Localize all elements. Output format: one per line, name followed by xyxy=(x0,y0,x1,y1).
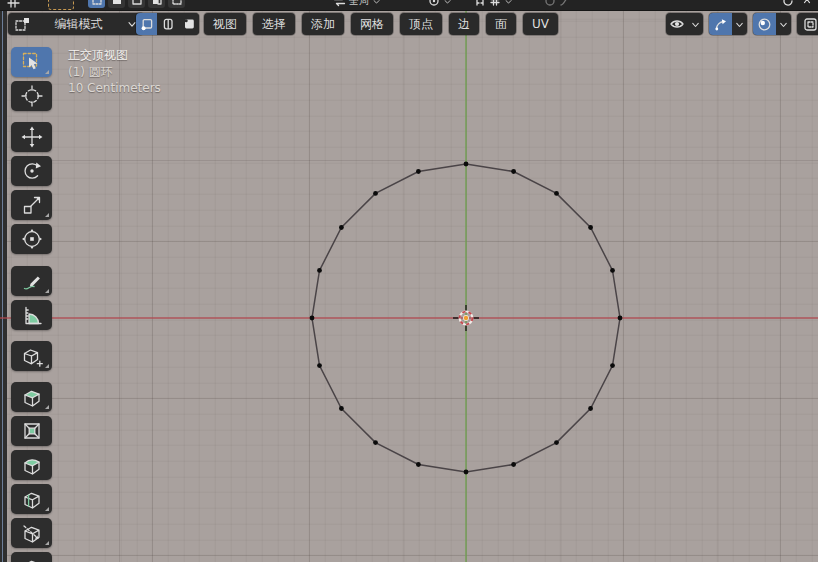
shading-toggle[interactable] xyxy=(797,13,818,35)
chevron-down-icon xyxy=(443,0,452,6)
tool-extrude-region[interactable] xyxy=(11,382,52,412)
active-tool-highlight-icon xyxy=(48,0,74,10)
tool-move[interactable] xyxy=(11,122,52,152)
inset-faces-icon xyxy=(21,420,43,442)
menu-view[interactable]: 视图 xyxy=(204,13,246,35)
toggle-2-icon[interactable] xyxy=(108,0,125,8)
toggle-4-icon[interactable] xyxy=(148,0,165,8)
menu-add[interactable]: 添加 xyxy=(302,13,344,35)
pivot-icon xyxy=(428,0,440,7)
vertex-select-button[interactable] xyxy=(136,13,157,35)
chevron-down-icon xyxy=(778,19,789,30)
gizmo-arc-arrow-icon xyxy=(713,17,728,32)
overlays-dropdown[interactable] xyxy=(776,13,791,35)
blender-window: 全局 xyxy=(0,0,818,562)
tool-add-cube[interactable] xyxy=(11,341,52,371)
workspace-toggles xyxy=(88,0,185,11)
menu-mesh[interactable]: 网格 xyxy=(351,13,393,35)
knife-icon xyxy=(21,522,43,544)
eye-icon xyxy=(669,17,685,31)
scale-icon xyxy=(21,194,43,216)
toggle-3-icon[interactable] xyxy=(128,0,145,8)
toggle-5-icon[interactable] xyxy=(168,0,185,8)
menu-select[interactable]: 选择 xyxy=(253,13,295,35)
proportional-editing-toggle[interactable] xyxy=(544,0,571,11)
tool-rotate[interactable] xyxy=(11,156,52,186)
chevron-down-icon xyxy=(372,0,381,6)
transform-orientation-dropdown[interactable]: 全局 xyxy=(333,0,381,11)
add-cube-icon xyxy=(21,345,43,367)
area-edge[interactable] xyxy=(0,10,7,562)
active-tool-indicator[interactable] xyxy=(48,0,74,11)
rotate-icon xyxy=(21,160,43,182)
menu-uv[interactable]: UV xyxy=(523,13,558,35)
header-right-controls xyxy=(666,13,818,35)
mode-label: 编辑模式 xyxy=(51,16,107,33)
snapping-dropdown[interactable] xyxy=(474,0,513,11)
annotate-pencil-icon xyxy=(21,270,43,292)
gizmos-dropdown[interactable] xyxy=(732,13,747,35)
chevron-down-icon xyxy=(734,19,745,30)
tool-inset-faces[interactable] xyxy=(11,416,52,446)
extrude-region-icon xyxy=(21,386,43,408)
loop-cut-icon xyxy=(21,488,43,510)
edit-mode-icon xyxy=(14,16,31,33)
tool-scale[interactable] xyxy=(11,190,52,220)
magnet-icon xyxy=(474,0,486,7)
tool-cursor[interactable] xyxy=(11,81,52,111)
tool-transform[interactable] xyxy=(11,224,52,254)
move-icon xyxy=(21,126,43,148)
select-mode-group xyxy=(136,13,199,35)
vertex-select-icon xyxy=(140,17,154,31)
xray-square-icon xyxy=(803,17,818,32)
edge-select-icon xyxy=(161,17,175,31)
poly-build-icon xyxy=(21,556,43,562)
tool-select-box[interactable] xyxy=(11,47,52,77)
overlays-control xyxy=(753,13,791,35)
edge-select-button[interactable] xyxy=(157,13,178,35)
menu-vertex[interactable]: 顶点 xyxy=(400,13,442,35)
visibility-dropdown[interactable] xyxy=(666,13,703,35)
bevel-icon xyxy=(21,454,43,476)
orientation-icon xyxy=(333,0,346,7)
header-menus: 视图 选择 添加 网格 顶点 边 面 UV xyxy=(204,13,558,35)
gizmos-control xyxy=(709,13,747,35)
menu-edge[interactable]: 边 xyxy=(449,13,479,35)
toggle-1-icon[interactable] xyxy=(88,0,105,8)
chevron-down-icon xyxy=(690,19,701,30)
snap-grid-icon xyxy=(489,0,501,7)
menu-face[interactable]: 面 xyxy=(486,13,516,35)
overlays-sphere-icon xyxy=(757,17,772,32)
orientation-label: 全局 xyxy=(349,0,369,8)
tool-poly-build[interactable] xyxy=(11,552,52,562)
select-box-icon xyxy=(21,51,43,73)
scene-sync-button[interactable] xyxy=(782,0,794,11)
face-select-button[interactable] xyxy=(178,13,199,35)
editor-type-button[interactable] xyxy=(6,0,21,11)
cursor-tool-icon xyxy=(21,85,43,107)
tool-knife[interactable] xyxy=(11,518,52,548)
tool-measure[interactable] xyxy=(11,300,52,330)
collapse-bar-button[interactable] xyxy=(802,0,812,11)
mode-dropdown[interactable]: 编辑模式 xyxy=(8,13,144,35)
transform-icon xyxy=(21,228,43,250)
chevron-up-icon xyxy=(802,0,812,6)
overlays-toggle[interactable] xyxy=(753,13,776,35)
pivot-point-dropdown[interactable] xyxy=(428,0,452,11)
tool-annotate[interactable] xyxy=(11,266,52,296)
falloff-icon xyxy=(559,0,571,7)
editor-grid-icon xyxy=(6,0,21,9)
tool-bevel[interactable] xyxy=(11,450,52,480)
gizmos-toggle[interactable] xyxy=(709,13,732,35)
face-select-icon xyxy=(182,17,196,31)
topbar: 全局 xyxy=(0,0,818,11)
viewport-3d[interactable] xyxy=(0,10,818,562)
proportional-circle-icon xyxy=(544,0,556,7)
measure-icon xyxy=(21,304,43,326)
chevron-down-icon xyxy=(504,0,513,6)
sync-arrows-icon xyxy=(782,0,794,7)
tool-loop-cut[interactable] xyxy=(11,484,52,514)
